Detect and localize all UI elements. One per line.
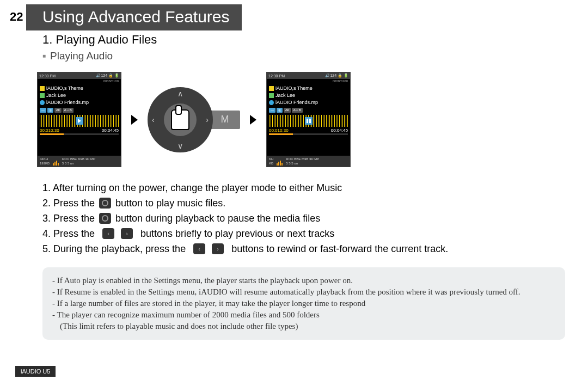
arrow-icon — [250, 115, 256, 125]
next-button-icon: › — [212, 243, 224, 254]
footer-model-badge: iAUDIO U5 — [15, 366, 56, 377]
badge: ① — [47, 108, 53, 113]
track-info: iAUDIO,s Theme Jack Lee iAUDIO Friends.m… — [267, 84, 350, 107]
center-button-icon — [99, 198, 111, 209]
status-right: 🔊124 🔒 🔋 — [96, 74, 119, 78]
stat-vals: 5 5 5 on — [286, 161, 319, 166]
status-bar: 12:30 PM 🔊124 🔒 🔋 — [267, 72, 350, 79]
play-icon — [76, 117, 83, 125]
stat-kb: KB — [269, 161, 273, 166]
chevron-up-icon: ∧ — [177, 89, 183, 98]
section-heading: 1. Playing Audio Files — [42, 33, 565, 47]
jog-center-button — [164, 103, 197, 136]
badge: — — [40, 108, 46, 113]
theme-line: iAUDIO,s Theme — [275, 85, 313, 92]
center-button-icon — [99, 213, 111, 224]
note-3: - If a large number of files are stored … — [52, 298, 555, 309]
note-4-sub: (This limit refers to playable music and… — [52, 321, 555, 332]
instruction-4: 4. Press the ‹ › buttons briefly to play… — [42, 226, 565, 241]
time-row: 00:010:30 00:04:45 — [38, 128, 121, 133]
text: 2. Press the — [42, 195, 95, 211]
track-line: iAUDIO Friends.mp — [46, 99, 89, 106]
track-info: iAUDIO,s Theme Jack Lee iAUDIO Friends.m… — [38, 84, 121, 107]
jog-control-figure: ∧ ∨ ‹ › M — [148, 87, 240, 152]
track-counter: 0008/0100 — [38, 79, 121, 84]
stat-kb: 192KB — [40, 161, 50, 166]
artist-line: Jack Lee — [46, 92, 66, 99]
chapter-title: Using Advanced Features — [26, 4, 242, 30]
badge: All — [284, 108, 291, 113]
mode-badges: — ① All A↔B — [38, 107, 121, 114]
chevron-right-icon: › — [206, 115, 209, 124]
theme-line: iAUDIO,s Theme — [46, 85, 83, 92]
time-elapsed: 00:010:30 — [269, 128, 289, 133]
chevron-left-icon: ‹ — [152, 115, 155, 124]
track-icon — [40, 100, 45, 105]
stat-khz: 44KH — [40, 157, 50, 161]
device-screen-pause: 12:30 PM 🔊124 🔒 🔋 0008/0100 iAUDIO,s The… — [266, 72, 351, 167]
progress-bar — [40, 133, 119, 135]
status-time: 12:30 PM — [39, 74, 56, 78]
status-bar: 12:30 PM 🔊124 🔒 🔋 — [38, 72, 121, 79]
status-right: 🔊124 🔒 🔋 — [325, 74, 348, 78]
time-row: 00:010:30 00:04:45 — [267, 128, 350, 133]
track-icon — [269, 100, 274, 105]
text: 5. During the playback, press the — [42, 241, 186, 256]
text: button to play music files. — [115, 195, 225, 211]
bottom-stats: 44KH 192KB ROC BBE M3B 3D MP 5 5 5 on — [38, 156, 121, 167]
prev-button-icon: ‹ — [193, 243, 205, 254]
chevron-down-icon: ∨ — [177, 142, 183, 150]
stat-cols: ROC BBE M3B 3D MP — [62, 157, 95, 161]
artist-line: Jack Lee — [275, 92, 295, 99]
folder-icon — [40, 86, 45, 91]
eq-icon — [53, 160, 59, 166]
hand-press-icon — [171, 109, 189, 130]
instruction-5: 5. During the playback, press the ‹ › bu… — [42, 241, 565, 256]
instruction-3: 3. Press the button during playback to p… — [42, 211, 565, 226]
note-2: - If Resume is enabled in the Settings m… — [52, 286, 555, 298]
instruction-2: 2. Press the button to play music files. — [42, 195, 565, 211]
stat-cols: ROC BBE M3B 3D MP — [286, 157, 319, 161]
folder-icon — [269, 86, 274, 91]
note-1: - If Auto play is enabled in the Setting… — [52, 275, 555, 286]
time-total: 00:04:45 — [102, 128, 119, 133]
instruction-1: 1. After turning on the power, change th… — [42, 180, 565, 195]
bottom-stats: KH KB ROC BBE M3B 3D MP 5 5 5 on — [267, 156, 350, 167]
jog-dial: ∧ ∨ ‹ › — [148, 87, 213, 152]
next-button-icon: › — [121, 228, 133, 239]
arrow-icon — [131, 115, 138, 125]
m-button: M — [210, 111, 240, 129]
pause-icon — [305, 117, 313, 125]
page-number: 22 — [10, 10, 23, 24]
time-elapsed: 00:010:30 — [40, 128, 59, 133]
notes-box: - If Auto play is enabled in the Setting… — [42, 267, 565, 340]
waveform — [40, 115, 119, 127]
badge: ① — [277, 108, 283, 113]
figure-row: 12:30 PM 🔊124 🔒 🔋 0008/0100 iAUDIO,s The… — [37, 72, 565, 167]
time-total: 00:04:45 — [331, 128, 348, 133]
progress-bar — [269, 133, 348, 135]
badge: All — [54, 108, 62, 113]
device-screen-play: 12:30 PM 🔊124 🔒 🔋 0008/0100 iAUDIO,s The… — [37, 72, 121, 167]
stat-vals: 5 5 5 on — [62, 161, 95, 166]
track-line: iAUDIO Friends.mp — [275, 99, 318, 106]
content-area: 1. Playing Audio Files Playing Audio 12:… — [42, 33, 565, 340]
text: button during playback to pause the medi… — [115, 211, 320, 226]
note-4: - The player can recognize maximum numbe… — [52, 309, 555, 321]
artist-icon — [40, 93, 45, 98]
eq-icon — [277, 160, 283, 166]
mode-badges: — ① All A↔B — [267, 107, 350, 114]
text: 4. Press the — [42, 226, 95, 241]
track-counter: 0008/0100 — [267, 79, 350, 84]
text: 3. Press the — [42, 211, 95, 226]
badge: A↔B — [63, 108, 74, 113]
badge: A↔B — [292, 108, 303, 113]
status-time: 12:30 PM — [268, 74, 285, 78]
subsection-heading: Playing Audio — [42, 50, 565, 62]
text: buttons to rewind or fast-forward the cu… — [231, 241, 448, 256]
stat-khz: KH — [269, 157, 273, 161]
artist-icon — [269, 93, 274, 98]
badge: — — [269, 108, 275, 113]
prev-button-icon: ‹ — [102, 228, 114, 239]
text: buttons briefly to play previous or next… — [140, 226, 334, 241]
